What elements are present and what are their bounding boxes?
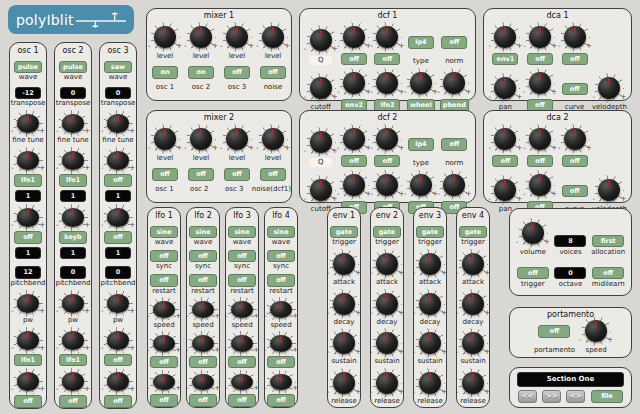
osc1-wave-button[interactable]: pulse: [14, 61, 42, 74]
env4-decay-knob[interactable]: [462, 293, 484, 315]
osc2-pw-mod2-knob[interactable]: [62, 372, 84, 391]
osc1-pitchbend-display[interactable]: 12: [15, 266, 41, 279]
dca1-mod1-knob[interactable]: [494, 26, 516, 48]
osc1-pitch-mod1-button[interactable]: lfo1: [14, 174, 42, 187]
mixer1-noise-level-knob[interactable]: [262, 26, 284, 48]
swap-program-button[interactable]: <>: [566, 390, 585, 403]
osc3-pitch-mod2-button[interactable]: off: [104, 231, 132, 244]
osc3-pitch-mod2-amount-display[interactable]: 1: [105, 247, 131, 260]
osc2-pitch-mod1-amount-display[interactable]: 1: [60, 190, 86, 203]
mixer1-osc2-toggle-button[interactable]: on: [188, 66, 214, 79]
dcf2-q-mod2-button[interactable]: off: [374, 155, 400, 168]
lfo3-speed-knob[interactable]: [231, 301, 253, 317]
prev-program-button[interactable]: <<: [518, 390, 537, 403]
dca1-mod3-knob[interactable]: [564, 26, 586, 48]
lfo2-mod2-button[interactable]: off: [189, 394, 217, 407]
dca2-mod3-button[interactable]: off: [562, 155, 588, 168]
dca2-mod1-knob[interactable]: [494, 128, 516, 150]
lfo3-mod2-knob[interactable]: [231, 374, 253, 390]
dca1-mod2-knob[interactable]: [529, 26, 551, 48]
env2-sustain-knob[interactable]: [376, 332, 398, 354]
dcf1-q-mod2-button[interactable]: off: [374, 53, 400, 66]
mixer2-osc3-level-knob[interactable]: [226, 128, 248, 150]
voices-display[interactable]: 8: [554, 235, 586, 248]
lfo2-wave-button[interactable]: sine: [189, 226, 217, 239]
osc3-pw-mod2-button[interactable]: off: [104, 395, 132, 408]
dcf2-cutoff-mod3-knob[interactable]: [410, 174, 432, 196]
osc2-pitch-mod2-button[interactable]: keyb: [59, 231, 87, 244]
env1-decay-knob[interactable]: [333, 293, 355, 315]
dca2-pan-knob[interactable]: [494, 179, 516, 201]
lfo1-mod2-button[interactable]: off: [150, 394, 178, 407]
lfo2-speed-knob[interactable]: [192, 301, 214, 317]
lfo4-wave-button[interactable]: sine: [267, 226, 295, 239]
env2-attack-knob[interactable]: [376, 253, 398, 275]
dcf1-q-mod2-knob[interactable]: [376, 26, 398, 48]
dcf1-norm-button[interactable]: off: [441, 36, 467, 49]
lfo1-mod1-button[interactable]: off: [150, 356, 178, 369]
mixer2-noise-level-knob[interactable]: [262, 128, 284, 150]
lfo2-mod2-knob[interactable]: [192, 374, 214, 390]
dcf2-norm-button[interactable]: off: [441, 138, 467, 151]
dcf2-cutoff-mod4-knob[interactable]: [443, 174, 465, 196]
env2-decay-knob[interactable]: [376, 293, 398, 315]
osc3-pw-mod1-knob[interactable]: [107, 331, 129, 350]
dca2-mod2-knob[interactable]: [529, 128, 551, 150]
dcf1-q-knob[interactable]: [310, 29, 332, 51]
dcf2-q-mod2-knob[interactable]: [376, 128, 398, 150]
lfo3-mod1-knob[interactable]: [231, 335, 253, 351]
osc1-pitch-mod2-knob[interactable]: [17, 208, 39, 227]
octave-display[interactable]: 0: [554, 267, 586, 280]
osc1-pw-mod2-button[interactable]: off: [14, 395, 42, 408]
dca1-pan-mod-knob[interactable]: [529, 72, 551, 94]
osc1-transpose-display[interactable]: -12: [15, 87, 41, 100]
dcf2-q-knob[interactable]: [310, 131, 332, 153]
mixer2-osc3-toggle-button[interactable]: off: [224, 168, 250, 181]
dca2-pan-mod-knob[interactable]: [529, 174, 551, 196]
dcf1-cutoff-mod3-knob[interactable]: [410, 72, 432, 94]
dcf2-type-button[interactable]: lp4: [408, 138, 434, 151]
mixer1-noise-toggle-button[interactable]: off: [260, 66, 286, 79]
lfo2-mod1-knob[interactable]: [192, 335, 214, 351]
file-button[interactable]: file: [591, 390, 623, 403]
osc2-transpose-display[interactable]: 0: [60, 87, 86, 100]
dca1-velodepth-knob[interactable]: [598, 77, 620, 99]
dcf2-cutoff-mod1-knob[interactable]: [343, 174, 365, 196]
section-name-display[interactable]: Section One: [517, 372, 624, 387]
env2-release-knob[interactable]: [376, 372, 398, 394]
osc1-pitch-mod2-amount-display[interactable]: 1: [15, 247, 41, 260]
dcf1-cutoff-mod4-knob[interactable]: [443, 72, 465, 94]
dcf1-q-mod1-button[interactable]: off: [341, 53, 367, 66]
mixer2-osc1-level-knob[interactable]: [154, 128, 176, 150]
dca1-mod2-button[interactable]: off: [527, 53, 553, 66]
lfo1-restart-button[interactable]: off: [150, 274, 178, 287]
dca1-curve-button[interactable]: off: [562, 83, 588, 96]
mixer2-osc1-toggle-button[interactable]: off: [152, 168, 178, 181]
lfo3-mod2-button[interactable]: off: [228, 394, 256, 407]
env4-trigger-button[interactable]: gate: [459, 226, 487, 239]
osc3-pw-mod1-button[interactable]: off: [104, 354, 132, 367]
osc3-finetune-knob[interactable]: [107, 114, 129, 133]
dca2-curve-button[interactable]: off: [562, 185, 588, 198]
lfo1-sync-button[interactable]: off: [150, 250, 178, 263]
lfo2-sync-button[interactable]: off: [189, 250, 217, 263]
lfo2-mod1-button[interactable]: off: [189, 356, 217, 369]
osc2-pitchbend-display[interactable]: 0: [60, 266, 86, 279]
lfo3-wave-button[interactable]: sine: [228, 226, 256, 239]
osc1-finetune-knob[interactable]: [17, 114, 39, 133]
osc1-pitch-mod1-knob[interactable]: [17, 151, 39, 170]
env3-trigger-button[interactable]: gate: [416, 226, 444, 239]
osc1-pw-mod1-knob[interactable]: [17, 331, 39, 350]
dcf1-q-mod1-knob[interactable]: [343, 26, 365, 48]
dca1-pan-knob[interactable]: [494, 77, 516, 99]
dca1-mod3-button[interactable]: off: [562, 53, 588, 66]
env4-sustain-knob[interactable]: [462, 332, 484, 354]
mixer1-osc3-level-knob[interactable]: [226, 26, 248, 48]
osc3-pitchbend-display[interactable]: 0: [105, 266, 131, 279]
dcf1-type-button[interactable]: lp4: [408, 36, 434, 49]
env1-trigger-button[interactable]: gate: [330, 226, 358, 239]
osc3-pitch-mod1-button[interactable]: off: [104, 174, 132, 187]
osc1-pw-mod1-button[interactable]: lfo1: [14, 354, 42, 367]
dcf2-q-mod1-knob[interactable]: [343, 128, 365, 150]
osc2-pw-knob[interactable]: [62, 294, 84, 313]
